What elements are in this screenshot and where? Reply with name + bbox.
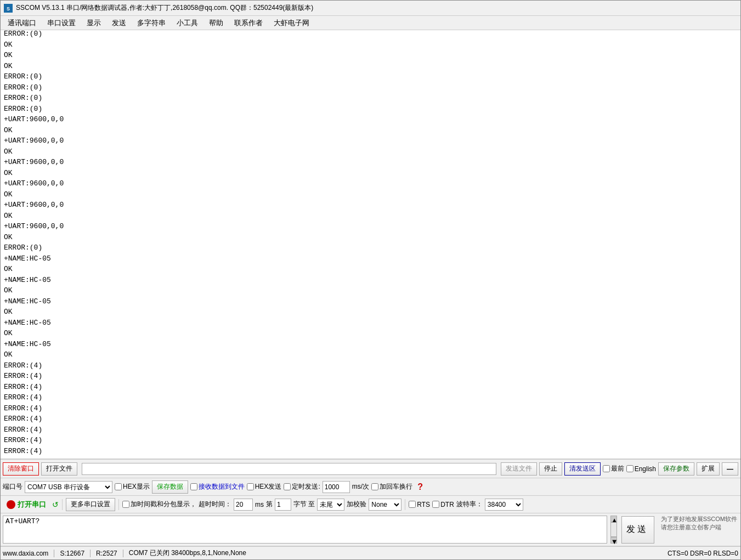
add-timestamp-checkbox[interactable] xyxy=(122,501,129,508)
most-recent-label: 最前 xyxy=(611,464,624,473)
output-line: OK xyxy=(4,189,737,200)
output-line: +NAME:HC-05 xyxy=(4,275,737,286)
help-icon[interactable]: ? xyxy=(415,482,426,493)
output-lines: ERROR:(0)OKOKOKERROR:(0)ERROR:(0)ERROR:(… xyxy=(4,30,737,456)
send-file-input[interactable] xyxy=(82,463,496,475)
output-line: ERROR:(4) xyxy=(4,403,737,414)
output-line: ERROR:(4) xyxy=(4,414,737,425)
menu-contact[interactable]: 联系作者 xyxy=(229,16,268,30)
dtr-label[interactable]: DTR xyxy=(432,501,454,508)
output-line: OK xyxy=(4,168,737,179)
english-checkbox[interactable] xyxy=(626,465,633,472)
english-checkbox-label[interactable]: English xyxy=(626,465,656,473)
carriage-return-label[interactable]: 加回车换行 xyxy=(371,482,412,491)
expand-button[interactable]: 扩展 xyxy=(697,462,720,476)
toolbar-row1: 清除窗口 打开文件 发送文件 停止 清发送区 最前 English 保存参数 扩… xyxy=(1,460,740,478)
refresh-icon[interactable]: ↺ xyxy=(52,500,59,509)
output-line: OK xyxy=(4,328,737,339)
output-line: ERROR:(4) xyxy=(4,371,737,382)
timeout-label: 超时时间： xyxy=(199,500,231,509)
rts-checkbox[interactable] xyxy=(409,501,416,508)
menu-send[interactable]: 发送 xyxy=(107,16,131,30)
clear-window-button[interactable]: 清除窗口 xyxy=(3,462,39,476)
open-file-button[interactable]: 打开文件 xyxy=(41,462,77,476)
menu-comm-port[interactable]: 通讯端口 xyxy=(3,16,41,30)
output-line: OK xyxy=(4,50,737,61)
menu-multistring[interactable]: 多字符串 xyxy=(132,16,171,30)
timeout-value[interactable] xyxy=(234,499,253,511)
menu-help[interactable]: 帮助 xyxy=(204,16,228,30)
output-line: OK xyxy=(4,285,737,296)
baud-rate-select[interactable]: 38400 xyxy=(485,499,523,511)
open-port-button[interactable]: 打开串口 xyxy=(3,498,50,511)
byte-from-label: 第 xyxy=(266,500,273,509)
output-line: OK xyxy=(4,146,737,157)
scroll-up[interactable]: ▲ xyxy=(610,516,617,522)
output-line: ERROR:(4) xyxy=(4,446,737,457)
port-select[interactable]: COM7 USB 串行设备 xyxy=(25,481,112,493)
most-recent-checkbox[interactable] xyxy=(603,465,610,472)
add-timestamp-label[interactable]: 加时间戳和分包显示， xyxy=(122,500,196,509)
clear-send-area-button[interactable]: 清发送区 xyxy=(564,462,601,476)
status-div2 xyxy=(90,550,90,557)
checksum-label: 加校验 xyxy=(347,500,366,509)
menu-tools[interactable]: 小工具 xyxy=(172,16,203,30)
stop-button[interactable]: 停止 xyxy=(539,462,562,476)
byte-label: 字节 至 xyxy=(293,500,315,509)
send-input[interactable]: AT+UART? xyxy=(3,516,607,544)
window-title: SSCOM V5.13.1 串口/网络数据调试器,作者:大虾丁丁,2618058… xyxy=(16,3,313,13)
output-line: ERROR:(0) xyxy=(4,104,737,115)
output-line: OK xyxy=(4,211,737,222)
timed-send-value[interactable] xyxy=(323,481,350,493)
receive-to-file-text: 接收数据到文件 xyxy=(199,482,245,491)
more-settings-button[interactable]: 更多串口设置 xyxy=(66,498,115,511)
timed-send-checkbox[interactable] xyxy=(284,483,291,490)
port-label: 端口号 xyxy=(3,482,22,491)
output-line: ERROR:(0) xyxy=(4,30,737,39)
rts-label[interactable]: RTS xyxy=(409,501,430,508)
save-params-button[interactable]: 保存参数 xyxy=(658,462,694,476)
menu-display[interactable]: 显示 xyxy=(82,16,106,30)
hex-send-label[interactable]: HEX发送 xyxy=(247,482,282,491)
hex-display-checkbox[interactable] xyxy=(115,483,122,490)
output-line: +UART:9600,0,0 xyxy=(4,114,737,125)
output-line: OK xyxy=(4,61,737,72)
website-status: www.daxia.com xyxy=(3,550,48,557)
output-line: OK xyxy=(4,232,737,243)
byte-end-select[interactable]: 未尾 xyxy=(317,499,344,511)
minus-button[interactable]: — xyxy=(722,462,738,476)
output-line: +UART:9600,0,0 xyxy=(4,200,737,211)
svg-text:S: S xyxy=(7,6,10,12)
output-line: +NAME:HC-05 xyxy=(4,296,737,307)
menu-website[interactable]: 大虾电子网 xyxy=(269,16,314,30)
output-line: ERROR:(4) xyxy=(4,435,737,446)
app-icon: S xyxy=(4,4,13,13)
hex-send-checkbox[interactable] xyxy=(247,483,254,490)
save-data-button[interactable]: 保存数据 xyxy=(152,480,188,494)
title-bar: S SSCOM V5.13.1 串口/网络数据调试器,作者:大虾丁丁,26180… xyxy=(1,1,740,16)
receive-to-file-label[interactable]: 接收数据到文件 xyxy=(190,482,245,491)
output-area[interactable]: ERROR:(0)OKOKOKERROR:(0)ERROR:(0)ERROR:(… xyxy=(1,30,740,459)
dtr-text: DTR xyxy=(440,501,454,508)
timed-send-label[interactable]: 定时发送: xyxy=(284,482,320,491)
menu-serial-settings[interactable]: 串口设置 xyxy=(42,16,81,30)
send-button[interactable]: 发 送 xyxy=(621,516,654,544)
signal-status: CTS=0 DSR=0 RLSD=0 xyxy=(668,550,738,557)
output-line: ERROR:(0) xyxy=(4,71,737,82)
dtr-checkbox[interactable] xyxy=(432,501,439,508)
output-line: +NAME:HC-05 xyxy=(4,253,737,264)
english-label: English xyxy=(635,465,656,473)
checksum-select[interactable]: None xyxy=(369,499,401,511)
rts-text: RTS xyxy=(417,501,430,508)
receive-to-file-checkbox[interactable] xyxy=(190,483,197,490)
scroll-down[interactable]: ▼ xyxy=(610,537,617,544)
menu-bar: 通讯端口 串口设置 显示 发送 多字符串 小工具 帮助 联系作者 大虾电子网 xyxy=(1,16,740,30)
add-timestamp-text: 加时间戳和分包显示， xyxy=(131,500,196,509)
most-recent-checkbox-label[interactable]: 最前 xyxy=(603,464,624,473)
received-bytes-status: R:2527 xyxy=(96,550,117,557)
byte-from-value[interactable] xyxy=(275,499,291,511)
hex-display-label[interactable]: HEX显示 xyxy=(115,482,150,491)
send-file-button[interactable]: 发送文件 xyxy=(501,462,537,476)
output-line: OK xyxy=(4,307,737,318)
carriage-return-checkbox[interactable] xyxy=(371,483,378,490)
